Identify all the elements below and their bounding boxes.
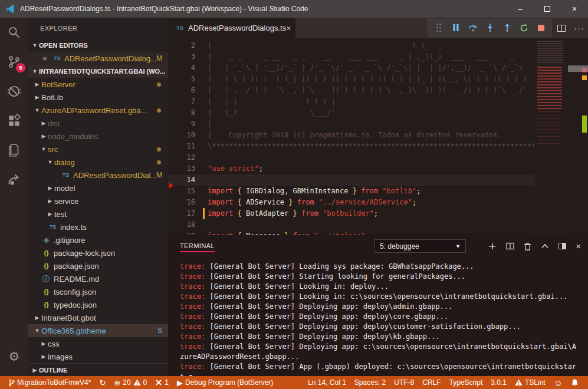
- eol-item[interactable]: CRLF: [419, 376, 444, 389]
- split-editor-icon[interactable]: [557, 25, 566, 32]
- activity-debug[interactable]: [0, 77, 28, 106]
- open-editor-item[interactable]: × TS ADResetPasswordDialog... M: [28, 52, 168, 65]
- restart-button[interactable]: [515, 19, 533, 36]
- tree-item[interactable]: ▶dist: [28, 117, 168, 130]
- bell-icon: [571, 378, 579, 387]
- code-line: 16import { ADService } from "../service/…: [168, 197, 534, 208]
- tslint-item[interactable]: TSLint: [511, 376, 549, 389]
- new-terminal-button[interactable]: [488, 242, 497, 250]
- step-into-button[interactable]: [481, 19, 498, 36]
- debug-icon: [6, 84, 22, 99]
- json-file-icon: {}: [41, 262, 51, 269]
- git-modified-dot: [157, 147, 161, 151]
- tree-item[interactable]: ▶node_modules: [28, 130, 168, 143]
- step-into-icon: [486, 24, 494, 32]
- tree-item[interactable]: iREADME.md: [28, 272, 168, 285]
- encoding-item[interactable]: UTF-8: [390, 376, 418, 389]
- tree-item[interactable]: ▶model: [28, 182, 168, 194]
- tree-item[interactable]: ▼src: [28, 143, 168, 156]
- close-editor-icon[interactable]: ×: [42, 54, 52, 63]
- minimize-button[interactable]: –: [507, 0, 534, 18]
- feedback-item[interactable]: ☺: [550, 376, 566, 389]
- activity-source-control[interactable]: 5: [0, 47, 28, 77]
- close-window-button[interactable]: ×: [561, 0, 588, 18]
- tree-item[interactable]: {}package.json: [28, 259, 168, 272]
- tree-item-label: .gitignore: [54, 236, 168, 245]
- notifications-item[interactable]: [567, 376, 582, 389]
- cursor-position-item[interactable]: Ln 14, Col 1: [304, 376, 350, 389]
- terminal-selector[interactable]: 5: debuggee ▼: [375, 239, 466, 253]
- scrollbar-thumb[interactable]: [568, 65, 588, 72]
- tree-item[interactable]: ◈.gitignore: [28, 233, 168, 246]
- tree-item[interactable]: ▼Office365.gbthemeS: [28, 324, 168, 337]
- outline-section-header[interactable]: ▶ OUTLINE: [28, 363, 168, 376]
- pause-button[interactable]: [447, 19, 464, 36]
- tree-item[interactable]: {}tsconfig.json: [28, 285, 168, 298]
- tree-item-label: tsconfig.json: [54, 288, 168, 296]
- code-line: 7| | | ( )_) | |: [168, 96, 534, 107]
- workspace-section-header[interactable]: ▼ INTRANETBOTQUICKSTART.GBAI (WO...: [28, 65, 168, 78]
- chevron-right-icon: ▶: [40, 354, 48, 360]
- indentation-item[interactable]: Spaces: 2: [351, 376, 389, 389]
- language-item[interactable]: TypeScript: [446, 376, 487, 389]
- warning-icon: [133, 379, 141, 386]
- tree-item[interactable]: ▶BotServer: [28, 78, 168, 91]
- activity-documents[interactable]: [0, 136, 28, 165]
- tree-item-label: Office365.gbtheme: [41, 327, 157, 335]
- code-line: 3| _ _ _ __ _ _ __ ___ ___ _ | ,_)(_) __…: [168, 51, 534, 62]
- chevron-up-icon: [541, 243, 549, 249]
- panel-up-button[interactable]: [541, 243, 549, 249]
- json-file-icon: {}: [41, 288, 51, 295]
- activity-search[interactable]: [0, 18, 28, 47]
- close-panel-icon[interactable]: ×: [576, 241, 581, 251]
- modified-line-marker: [203, 208, 205, 219]
- tree-item[interactable]: ▼AzureADPasswordReset.gba...: [28, 104, 168, 117]
- close-tab-icon[interactable]: ×: [286, 24, 291, 33]
- stop-button[interactable]: [533, 19, 550, 36]
- split-terminal-button[interactable]: [506, 242, 514, 250]
- terminal-tab[interactable]: TERMINAL: [180, 238, 215, 255]
- tools-item[interactable]: 1: [152, 376, 172, 389]
- kill-terminal-button[interactable]: [524, 242, 531, 250]
- restart-icon: [520, 24, 528, 32]
- activity-share[interactable]: [0, 165, 28, 194]
- chevron-right-icon: ▶: [31, 367, 39, 373]
- toolbar-grip[interactable]: [430, 19, 447, 36]
- activity-extensions[interactable]: [0, 106, 28, 136]
- debug-config-item[interactable]: ▶ Debug Program (BotServer): [173, 376, 277, 389]
- step-out-button[interactable]: [498, 19, 515, 36]
- git-branch-item[interactable]: MigrationToBotFmwV4*: [5, 376, 94, 389]
- tree-item[interactable]: ▶IntranetBot.gbot: [28, 311, 168, 324]
- tree-item[interactable]: ▶BotLib: [28, 91, 168, 104]
- tree-item[interactable]: TSADResetPasswordDial...M: [28, 169, 168, 182]
- problems-item[interactable]: ⊗ 20 0: [110, 376, 150, 389]
- code-line: 2| ( )_ _ |: [168, 40, 534, 51]
- sync-item[interactable]: ↻: [96, 376, 109, 389]
- tree-item[interactable]: TSindex.ts: [28, 220, 168, 233]
- grip-dots-icon: [436, 23, 442, 32]
- version-item[interactable]: 3.0.1: [487, 376, 510, 389]
- editor-tab[interactable]: TS ADResetPasswordDialogs.ts ×: [168, 18, 295, 38]
- sidebar-title: EXPLORER: [28, 18, 168, 39]
- tree-item-label: test: [54, 210, 168, 219]
- panel-position-icon[interactable]: [559, 243, 566, 249]
- tree-item[interactable]: ▶service: [28, 194, 168, 207]
- tree-item[interactable]: ▶css: [28, 337, 168, 350]
- source-control-badge: 5: [16, 63, 25, 72]
- tree-item[interactable]: {}package-lock.json: [28, 246, 168, 259]
- more-actions-icon[interactable]: ···: [574, 23, 584, 33]
- code-line: 10| Copyright 2018 (c) pragmatismo.io. T…: [168, 130, 534, 141]
- tree-item[interactable]: ▶images: [28, 350, 168, 363]
- tree-item[interactable]: ▶test: [28, 207, 168, 220]
- step-over-button[interactable]: [464, 19, 481, 36]
- minimap[interactable]: [534, 38, 568, 235]
- tree-item[interactable]: ▼dialog: [28, 156, 168, 169]
- code-editor[interactable]: 2| ( )_ _ |3| _ _ _ __ _ _ __ ___ ___ _ …: [168, 38, 588, 235]
- maximize-button[interactable]: [534, 0, 561, 18]
- tree-item[interactable]: {}typedoc.json: [28, 298, 168, 311]
- settings-gear-icon[interactable]: ⚙: [0, 342, 28, 371]
- terminal-panel[interactable]: TERMINAL 5: debuggee ▼ × trace: [General…: [168, 235, 588, 376]
- chevron-right-icon: ▶: [46, 211, 54, 217]
- tree-item-label: dialog: [54, 158, 157, 167]
- open-editors-header[interactable]: ▼ OPEN EDITORS: [28, 39, 168, 52]
